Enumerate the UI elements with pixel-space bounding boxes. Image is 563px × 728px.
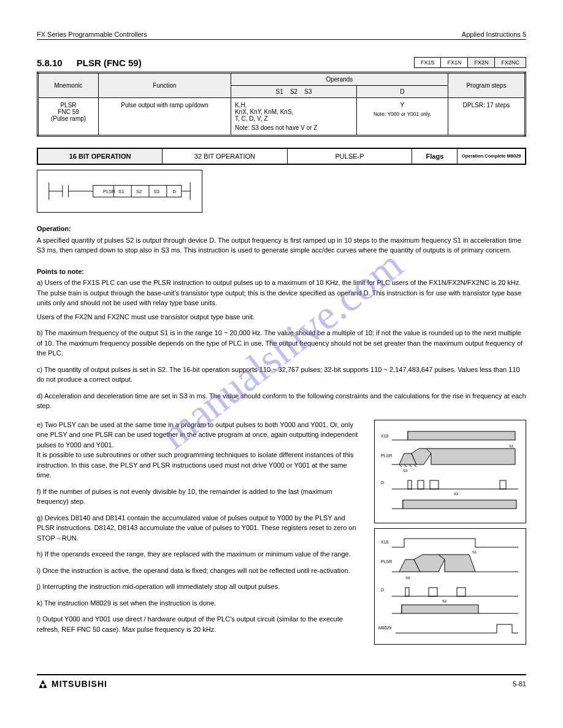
svg-text:S2: S2 [136,189,142,194]
brand-logo: MITSUBISHI [37,679,107,689]
para-f: f) If the number of pulses is not evenly… [37,487,363,507]
para-i: i) Once the instruction is active, the o… [37,566,363,576]
para-h: h) If the operands exceed the range, the… [37,549,363,559]
svg-line-27 [409,464,412,467]
para-c: c) The quantity of output pulses is set … [37,365,526,385]
chip-fx1s: FX1S [415,58,442,67]
svg-text:S3: S3 [405,576,410,580]
svg-text:S3: S3 [403,469,408,472]
ladder-diagram: PLSR S1 S2 S3 D [37,170,202,213]
svg-text:PLSR: PLSR [381,453,392,458]
svg-rect-35 [430,480,439,489]
th-function: Function [99,73,231,98]
th-d: D [357,86,448,98]
para-k: k) The instruction M8029 is set when the… [37,598,363,609]
chip-fx2nc: FX2NC [495,58,526,67]
svg-rect-34 [418,480,424,489]
op-pulse: PULSE-P [287,148,412,164]
svg-rect-63 [402,605,478,613]
td-operands-left: K,H, KnX, KnY, KnM, KnS, T, C, D, V, Z N… [231,98,356,136]
svg-text:S1: S1 [118,189,124,194]
svg-rect-40 [403,500,516,509]
svg-rect-33 [408,480,412,489]
svg-line-28 [414,464,416,467]
svg-marker-73 [43,684,47,688]
svg-text:M8029: M8029 [378,626,392,630]
td-mnemonic: PLSR FNC 59 (Pulse ramp) [38,98,99,136]
heading-points: Points to note: [37,267,526,277]
chip-fx1n: FX1N [441,58,468,67]
svg-text:X10: X10 [381,540,389,544]
para-operation: A specified quantity of pulses S2 is out… [37,235,526,256]
operation-mode-table: 16 BIT OPERATION 32 BIT OPERATION PULSE-… [37,148,526,165]
th-operands: Operands [231,73,448,86]
heading-operation: Operation: [37,224,526,234]
instruction-table: Mnemonic Function Operands Program steps… [37,72,526,137]
header-right: Applied Instructions 5 [462,31,526,38]
svg-marker-24 [426,449,515,464]
svg-marker-51 [439,555,475,572]
svg-rect-36 [500,480,506,489]
para-d: d) Acceleration and deceleration time ar… [37,391,526,411]
th-s123: S1 S2 S3 [231,86,356,98]
op-32bit: 32 BIT OPERATION [163,148,288,164]
svg-rect-58 [429,588,437,596]
svg-line-25 [399,464,402,467]
td-operands-right: Y Note: Y000 or Y001 only. [357,98,448,136]
op-flags-detail: Operation Complete M8029 [458,148,526,164]
svg-text:S2: S2 [442,599,447,603]
td-steps: DPLSR: 17 steps [448,98,525,136]
svg-text:X10: X10 [381,434,389,438]
plc-chip-row: FX1S FX1N FX2N FX2NC [414,57,526,68]
svg-text:PLSR: PLSR [381,559,392,564]
svg-marker-72 [39,684,43,688]
th-mnemonic: Mnemonic [38,73,99,98]
para-a: a) Users of the FX1S PLC can use the PLS… [37,278,526,308]
td-function: Pulse output with ramp up/down [99,98,231,136]
svg-line-26 [404,464,407,467]
header-left: FX Series Programmable Controllers [37,31,147,38]
page-number: 5-81 [513,680,526,688]
section-title: PLSR (FNC 59) [77,58,142,68]
section-number: 5.8.10 [37,58,63,68]
op-flags: Flags [412,148,458,164]
svg-marker-50 [414,555,445,572]
ladder-plsr-label: PLSR [103,189,116,194]
para-j: j) Interrupting the instruction mid-oper… [37,582,363,592]
svg-text:D: D [381,480,384,485]
para-b: b) The maximum frequency of the output S… [37,328,526,358]
th-steps: Program steps [448,73,525,98]
svg-rect-59 [457,588,465,596]
header-rule [37,39,526,40]
mitsubishi-icon [37,679,49,689]
svg-text:S1: S1 [509,444,514,448]
svg-marker-71 [41,680,45,684]
para-e: e) Two PLSY can be used at the same time… [37,420,363,480]
para-l: l) Output Y000 and Y001 use direct / har… [37,614,363,634]
svg-text:D: D [172,189,176,194]
svg-text:D: D [381,588,384,592]
svg-rect-19 [408,431,515,440]
svg-text:S3: S3 [154,189,159,194]
brand-text: MITSUBISHI [52,679,107,689]
svg-text:S1: S1 [472,550,477,554]
op-16bit: 16 BIT OPERATION [37,148,163,164]
svg-rect-57 [405,588,409,596]
chip-fx2n: FX2N [468,58,495,67]
timing-diagram-1: X10 PLSR S3 S1 D [374,420,526,524]
svg-text:S2: S2 [454,492,459,496]
para-a2: Users of the FX2N and FX2NC must use tra… [37,312,526,322]
timing-diagram-2: X10 PLSR S3 S1 D [374,528,526,645]
para-g: g) Devices D8140 and D8141 contain the a… [37,513,363,544]
